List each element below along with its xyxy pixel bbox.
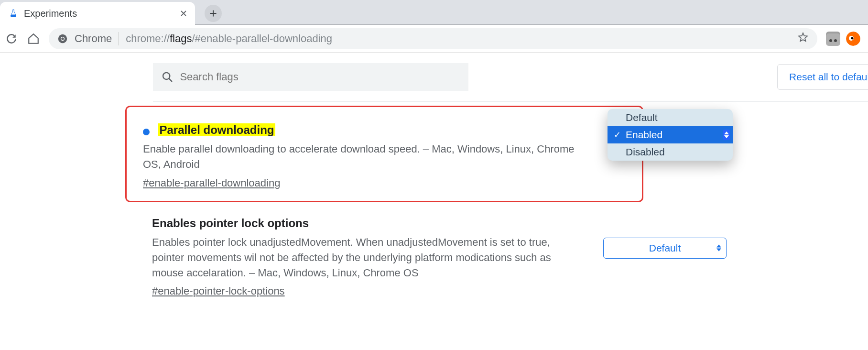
home-icon[interactable] <box>27 32 40 45</box>
flag-parallel-downloading: Parallel downloading Enable parallel dow… <box>125 106 643 202</box>
flag-state-select[interactable]: Default <box>603 238 727 259</box>
browser-tab[interactable]: Experiments <box>0 2 195 25</box>
flag-title: Parallel downloading <box>158 123 275 136</box>
flag-header: Parallel downloading <box>143 123 632 137</box>
flag-description: Enables pointer lock unadjustedMovement.… <box>152 235 573 281</box>
new-tab-button[interactable] <box>205 5 222 22</box>
address-bar[interactable]: Chrome chrome://flags/#enable-parallel-d… <box>49 28 817 49</box>
search-icon <box>162 71 173 83</box>
close-icon[interactable] <box>179 9 188 18</box>
chrome-icon <box>57 33 68 44</box>
url-host: flags <box>170 33 192 44</box>
chevron-updown-icon <box>716 244 721 252</box>
header-row: Reset all to default <box>153 53 868 102</box>
search-input[interactable] <box>180 71 460 83</box>
toolbar: Chrome chrome://flags/#enable-parallel-d… <box>0 25 868 53</box>
dropdown-option-default[interactable]: Default <box>608 109 733 126</box>
stepper-arrows-icon <box>723 130 730 140</box>
dropdown-option-enabled[interactable]: Enabled <box>608 126 733 143</box>
flag-anchor-link[interactable]: #enable-parallel-downloading <box>143 177 280 189</box>
omnibox-url: chrome://flags/#enable-parallel-download… <box>126 33 332 45</box>
svg-point-5 <box>851 37 854 39</box>
omnibox-label: Chrome <box>75 33 112 45</box>
tab-title: Experiments <box>24 8 179 19</box>
page-content: Reset all to default Parallel downloadin… <box>0 53 868 297</box>
svg-point-2 <box>61 37 64 40</box>
select-value: Default <box>649 242 681 254</box>
svg-line-7 <box>169 78 172 81</box>
extension-icons <box>826 32 863 46</box>
flag-anchor-link[interactable]: #enable-pointer-lock-options <box>152 285 285 297</box>
modified-indicator-dot <box>143 129 150 135</box>
flag-state-dropdown-open[interactable]: Default Enabled Disabled <box>608 109 733 161</box>
omnibox-divider <box>119 32 119 45</box>
url-scheme: chrome:// <box>126 33 170 44</box>
dropdown-option-disabled[interactable]: Disabled <box>608 143 733 161</box>
flag-title: Enables pointer lock options <box>152 217 309 230</box>
extension-icon-2[interactable] <box>846 32 860 46</box>
flag-pointer-lock-options: Enables pointer lock options Enables poi… <box>152 217 726 298</box>
tab-bar: Experiments <box>0 0 868 25</box>
bookmark-star-icon[interactable] <box>797 32 809 46</box>
search-box[interactable] <box>153 63 468 91</box>
flag-description: Enable parallel downloading to accelerat… <box>143 142 583 172</box>
reload-icon[interactable] <box>5 32 18 45</box>
flask-icon <box>9 9 18 18</box>
url-path: /#enable-parallel-downloading <box>192 33 332 44</box>
extension-icon-1[interactable] <box>826 32 840 46</box>
reset-all-button[interactable]: Reset all to default <box>777 64 868 90</box>
